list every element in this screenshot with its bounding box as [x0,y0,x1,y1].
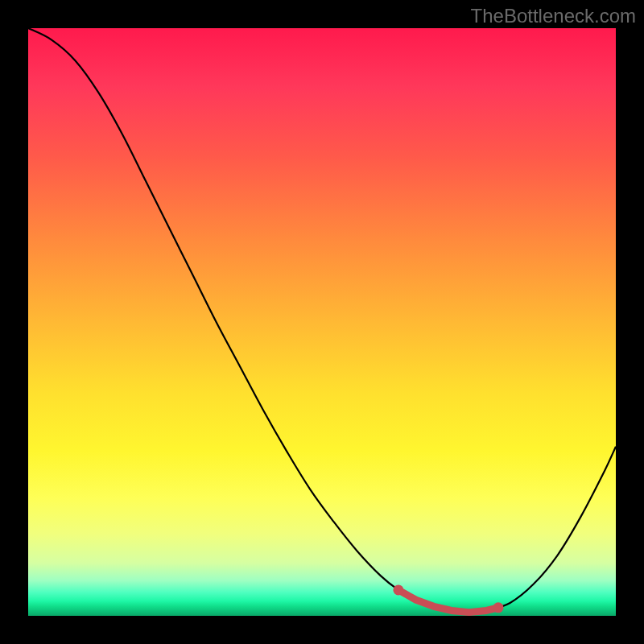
marker-band [398,590,498,613]
chart-frame: TheBottleneck.com [0,0,644,644]
curve-line [28,28,616,613]
marker-end-dot [393,584,403,595]
watermark-text: TheBottleneck.com [471,5,636,27]
gradient-plot-area [28,28,616,616]
bottleneck-curve [28,28,616,616]
curve-markers [393,584,503,613]
marker-end-dot [493,602,504,613]
